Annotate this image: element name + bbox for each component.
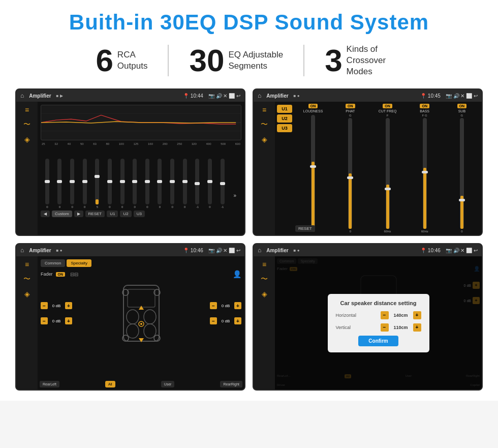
eq-icon-3[interactable]: ≡ [25, 260, 29, 268]
confirm-button[interactable]: Confirm [358, 336, 398, 346]
loudness-on-badge: ON [308, 104, 318, 108]
home-icon-4[interactable]: ⌂ [258, 247, 261, 254]
wave-icon[interactable]: 〜 [23, 120, 30, 129]
crossover-presets: U1 U2 U3 [277, 105, 292, 132]
horizontal-plus-btn[interactable]: + [413, 311, 421, 319]
horizontal-minus-btn[interactable]: − [381, 311, 389, 319]
eq-graph [41, 105, 241, 140]
fader-time: 📍 10:46 [183, 248, 203, 253]
all-btn[interactable]: All [105, 381, 115, 387]
channel-bass: ON BASS F G 60Hz [407, 104, 443, 233]
br-plus-btn[interactable]: + [234, 317, 241, 324]
eq-icon-2[interactable]: ≡ [262, 106, 266, 114]
eq-slider-7: 0 [129, 159, 140, 208]
eq-slider-3: 0 [79, 159, 90, 208]
crossover-topbar: ⌂ Amplifier ■ ● 📍 10:45 📷 🔊 ✕ ⬜ ↩ [254, 89, 482, 102]
dialog-screen: ⌂ Amplifier ■ ● 📍 10:46 📷 🔊 ✕ ⬜ ↩ ≡ 〜 ◈ … [253, 243, 483, 391]
eq-slider-2: 0 [67, 159, 78, 208]
speaker-icon[interactable]: ◈ [24, 135, 30, 143]
eq-topbar-icons: 📷 🔊 ✕ ⬜ ↩ [208, 93, 240, 99]
bl-db-value: 0 dB [49, 319, 64, 323]
vertical-control: − 110cm + [381, 323, 421, 332]
eq-play-btn[interactable]: ▶ [74, 211, 83, 217]
eq-icon[interactable]: ≡ [25, 106, 29, 114]
eq-u1-btn[interactable]: U1 [107, 211, 118, 217]
preset-u3[interactable]: U3 [277, 124, 292, 132]
bl-plus-btn[interactable]: + [65, 317, 72, 324]
eq-icon-4[interactable]: ≡ [262, 260, 266, 268]
speaker-icon-4[interactable]: ◈ [262, 290, 267, 298]
rearleft-btn[interactable]: RearLeft [40, 381, 59, 387]
speaker-icon-3[interactable]: ◈ [24, 290, 30, 298]
speaker-icon-2[interactable]: ◈ [262, 135, 267, 143]
br-minus-btn[interactable]: − [210, 317, 217, 324]
eq-custom-btn[interactable]: Custom [52, 211, 72, 217]
stat-eq-number: 30 [189, 45, 224, 76]
dialog-topbar-icons: 📷 🔊 ✕ ⬜ ↩ [446, 248, 478, 253]
home-icon-3[interactable]: ⌂ [20, 247, 24, 254]
fader-sidebar: ≡ 〜 ◈ [16, 256, 38, 390]
eq-main: 2532405063 80100125160200 25032040050063… [38, 102, 244, 235]
tl-minus-btn[interactable]: − [41, 302, 48, 309]
eq-slider-6: 0 [117, 159, 128, 208]
dialog-title: Car speaker distance setting [336, 300, 421, 306]
speaker-distance-dialog: Car speaker distance setting Horizontal … [328, 294, 429, 352]
svg-point-8 [144, 324, 156, 338]
left-db-controls: − 0 dB + − 0 dB + [41, 302, 72, 324]
eq-title: Amplifier [29, 93, 51, 99]
phat-slider: G 0 [332, 114, 368, 233]
crossover-topbar-icons: 📷 🔊 ✕ ⬜ ↩ [446, 93, 478, 99]
preset-u1[interactable]: U1 [277, 105, 292, 113]
tab-common[interactable]: Common [41, 259, 65, 267]
eq-slider-8: 0 [142, 159, 153, 208]
sub-slider: G 0 [444, 114, 480, 233]
eq-slider-11: 0 [179, 159, 191, 208]
wave-icon-2[interactable]: 〜 [261, 120, 268, 129]
tr-plus-btn[interactable]: + [234, 302, 241, 309]
channel-cutfreq: ON CUT FREQ F 60Hz [369, 104, 405, 233]
wave-icon-4[interactable]: 〜 [261, 275, 268, 284]
bl-minus-btn[interactable]: − [41, 317, 48, 324]
dialog-overlay: Car speaker distance setting Horizontal … [275, 256, 482, 390]
stat-rca: 6 RCAOutputs [75, 45, 169, 76]
tab-specialty[interactable]: Specialty [67, 259, 91, 267]
eq-time: 📍 10:44 [183, 93, 203, 99]
tr-db-control: − 0 dB + [210, 302, 241, 309]
user-btn[interactable]: User [161, 381, 175, 387]
vertical-minus-btn[interactable]: − [381, 323, 389, 332]
svg-rect-3 [123, 285, 159, 341]
eq-freq-labels: 2532405063 80100125160200 25032040050063… [41, 142, 241, 145]
home-icon[interactable]: ⌂ [20, 92, 24, 99]
eq-topbar: ⌂ Amplifier ■ ▶ 📍 10:44 📷 🔊 ✕ ⬜ ↩ [16, 89, 244, 102]
vertical-row: Vertical − 110cm + [336, 323, 421, 332]
crossover-reset-btn[interactable]: RESET [295, 225, 315, 232]
cutfreq-slider: F 60Hz [369, 114, 405, 233]
tr-minus-btn[interactable]: − [210, 302, 217, 309]
tl-plus-btn[interactable]: + [65, 302, 72, 309]
vertical-plus-btn[interactable]: + [413, 323, 421, 332]
crossover-dots: ■ ● [294, 94, 300, 98]
vertical-value: 110cm [391, 325, 411, 330]
loudness-slider [295, 114, 331, 233]
eq-prev-btn[interactable]: ◀ [41, 211, 50, 217]
home-icon-2[interactable]: ⌂ [258, 92, 261, 99]
dialog-dots: ■ ● [294, 248, 300, 253]
dialog-main: Common Specialty Fader ON 👤 [275, 256, 482, 390]
sub-label: SUB [458, 109, 465, 113]
channel-sub: ON SUB G 0 [444, 104, 480, 233]
car-diagram [113, 280, 169, 346]
tr-db-value: 0 dB [219, 304, 233, 308]
horizontal-control: − 140cm + [381, 311, 421, 319]
eq-slider-4: 5 [92, 159, 103, 208]
eq-screen: ⌂ Amplifier ■ ▶ 📍 10:44 📷 🔊 ✕ ⬜ ↩ ≡ 〜 ◈ [15, 88, 245, 236]
eq-sliders-row: 0 0 0 0 [41, 147, 241, 208]
eq-u3-btn[interactable]: U3 [134, 211, 145, 217]
eq-u2-btn[interactable]: U2 [120, 211, 131, 217]
rearright-btn[interactable]: RearRight [220, 381, 242, 387]
eq-bottom-bar: ◀ Custom ▶ RESET U1 U2 U3 [41, 211, 241, 217]
horizontal-value: 140cm [391, 313, 411, 318]
wave-icon-3[interactable]: 〜 [23, 275, 30, 284]
cutfreq-label: CUT FREQ [379, 109, 397, 113]
eq-reset-btn[interactable]: RESET [85, 211, 105, 217]
preset-u2[interactable]: U2 [277, 114, 292, 123]
